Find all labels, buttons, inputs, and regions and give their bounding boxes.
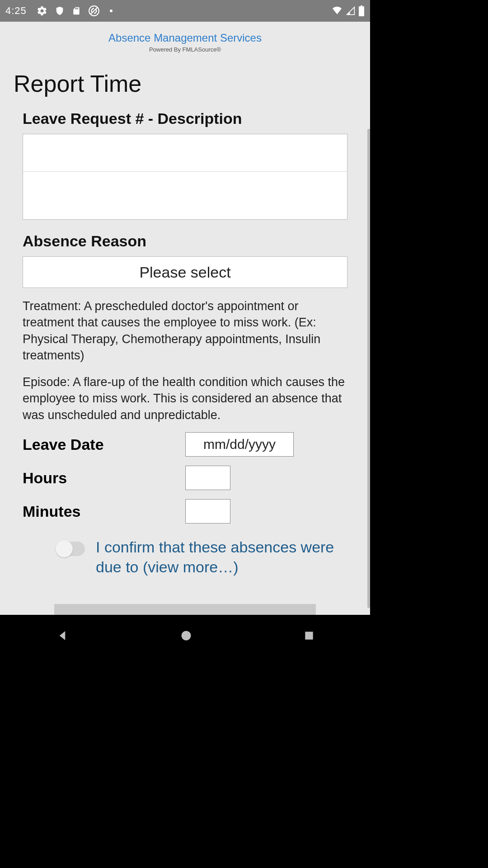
leave-date-placeholder: mm/dd/yyyy xyxy=(203,437,276,452)
treatment-help-text: Treatment: A prescheduled doctor's appoi… xyxy=(23,298,347,364)
minutes-input[interactable] xyxy=(185,499,230,524)
svg-rect-3 xyxy=(305,632,313,639)
shield-icon xyxy=(55,5,65,16)
toggle-knob xyxy=(56,540,73,557)
app-title: Absence Management Services xyxy=(0,32,370,44)
hours-input[interactable] xyxy=(185,466,230,490)
back-icon[interactable] xyxy=(56,629,69,644)
leave-date-label: Leave Date xyxy=(23,436,185,453)
leave-request-select[interactable] xyxy=(23,134,347,172)
leave-request-description[interactable] xyxy=(23,172,347,220)
home-icon[interactable] xyxy=(180,629,192,644)
minutes-label: Minutes xyxy=(23,503,185,520)
nav-bar xyxy=(0,615,370,658)
svg-point-2 xyxy=(181,631,191,641)
hours-label: Hours xyxy=(23,469,185,487)
page-title: Report Time xyxy=(14,70,357,97)
leave-request-label: Leave Request # - Description xyxy=(23,110,347,127)
status-bar: 4:25 xyxy=(0,0,370,22)
battery-icon xyxy=(358,5,365,16)
confirm-text[interactable]: I confirm that these absences were due t… xyxy=(96,537,347,577)
app-header: Absence Management Services Powered By F… xyxy=(0,22,370,57)
submit-button[interactable]: SUBMIT xyxy=(54,604,316,615)
recent-apps-icon[interactable] xyxy=(303,630,315,643)
status-dot-icon xyxy=(110,9,113,12)
absence-reason-placeholder: Please select xyxy=(139,264,230,281)
app-subtitle: Powered By FMLASource® xyxy=(0,46,370,53)
confirm-toggle[interactable] xyxy=(57,542,85,556)
leave-date-input[interactable]: mm/dd/yyyy xyxy=(185,432,294,457)
cell-signal-icon xyxy=(346,6,356,15)
gear-icon xyxy=(37,5,47,16)
status-clock: 4:25 xyxy=(5,5,27,17)
episode-help-text: Episode: A flare-up of the health condit… xyxy=(23,374,347,423)
absence-reason-select[interactable]: Please select xyxy=(23,256,347,288)
wifi-icon xyxy=(331,6,343,15)
no-sync-icon xyxy=(88,5,100,17)
content-scroll[interactable]: Report Time Leave Request # - Descriptio… xyxy=(0,57,370,615)
absence-reason-label: Absence Reason xyxy=(23,232,347,250)
sd-card-icon xyxy=(72,5,81,16)
scroll-indicator xyxy=(367,129,370,608)
